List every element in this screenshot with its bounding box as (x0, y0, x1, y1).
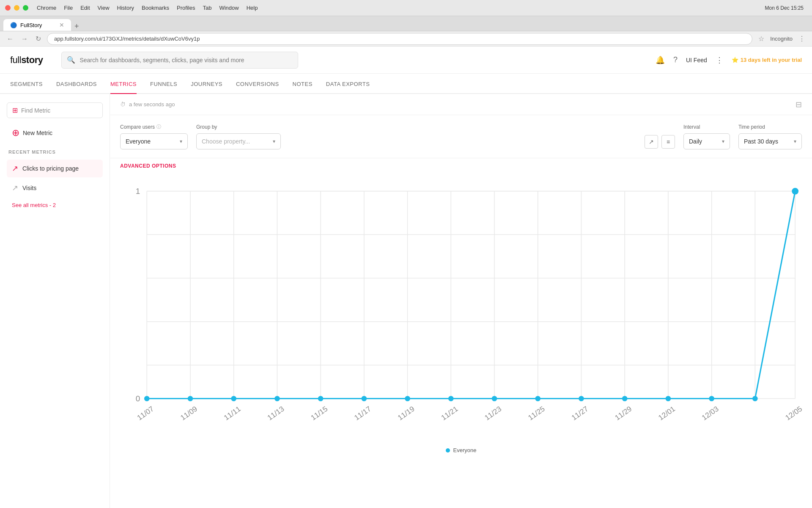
mac-window-controls[interactable] (5, 5, 28, 11)
svg-text:11/19: 11/19 (396, 404, 416, 422)
svg-point-25 (188, 396, 193, 401)
svg-text:11/15: 11/15 (309, 404, 329, 422)
svg-text:11/09: 11/09 (179, 404, 199, 422)
see-all-metrics-link[interactable]: See all metrics - 2 (7, 199, 103, 212)
menu-window[interactable]: Window (219, 5, 239, 11)
svg-text:1: 1 (136, 187, 140, 196)
nav-data-exports[interactable]: DATA EXPORTS (326, 81, 370, 94)
chart-legend: Everyone (120, 447, 802, 453)
main-content: ⊞ Find Metric ⊕ New Metric RECENT METRIC… (0, 94, 812, 508)
app-logo: fullstory (10, 55, 43, 66)
menu-file[interactable]: File (64, 5, 73, 11)
compare-users-value: Everyone (126, 138, 151, 145)
url-input[interactable]: app.fullstory.com/ui/173GXJ/metrics/deta… (47, 33, 752, 45)
clock-icon: ⏱ (120, 101, 126, 108)
interval-value: Daily (689, 138, 702, 145)
search-input[interactable] (80, 57, 293, 64)
star-icon: ⭐ (732, 57, 738, 63)
svg-point-36 (666, 396, 671, 401)
svg-point-28 (318, 396, 324, 401)
find-metric-icon: ⊞ (12, 106, 18, 114)
menu-view[interactable]: View (98, 5, 110, 11)
svg-point-31 (448, 396, 454, 401)
main-nav: SEGMENTS DASHBOARDS METRICS FUNNELS JOUR… (0, 74, 812, 94)
svg-point-30 (405, 396, 410, 401)
menu-help[interactable]: Help (247, 5, 258, 11)
forward-button[interactable]: → (19, 33, 30, 44)
chevron-down-icon-interval: ▾ (722, 138, 724, 144)
more-options-icon[interactable]: ⋮ (716, 55, 723, 65)
nav-segments[interactable]: SEGMENTS (10, 81, 43, 94)
metric-item-clicks[interactable]: ↗ Clicks to pricing page (7, 160, 103, 177)
tab-favicon: 🔵 (10, 22, 17, 28)
time-period-control-group: Time period Past 30 days ▾ (738, 124, 802, 149)
nav-metrics[interactable]: METRICS (110, 81, 137, 94)
find-metric-field[interactable]: ⊞ Find Metric (7, 102, 103, 118)
browser-tab-bar: 🔵 FullStory ✕ + (0, 16, 812, 31)
group-by-dropdown[interactable]: Choose property... ▾ (196, 133, 281, 149)
svg-text:11/13: 11/13 (266, 404, 285, 422)
nav-journeys[interactable]: JOURNEYS (191, 81, 222, 94)
browser-tab-fullstory[interactable]: 🔵 FullStory ✕ (3, 19, 71, 31)
notification-icon[interactable]: 🔔 (656, 55, 665, 65)
time-period-dropdown[interactable]: Past 30 days ▾ (738, 133, 802, 149)
menu-chrome[interactable]: Chrome (37, 5, 56, 11)
svg-point-32 (492, 396, 497, 401)
menu-tab[interactable]: Tab (203, 5, 211, 11)
ui-feed-label[interactable]: UI Feed (686, 57, 707, 64)
trial-badge: ⭐ 13 days left in your trial (732, 57, 802, 63)
tab-close-button[interactable]: ✕ (59, 22, 64, 28)
interval-dropdown[interactable]: Daily ▾ (683, 133, 730, 149)
svg-text:12/05: 12/05 (784, 404, 802, 422)
mac-clock: Mon 6 Dec 15:25 (765, 5, 804, 11)
close-window-button[interactable] (5, 5, 11, 11)
metric-clicks-label: Clicks to pricing page (22, 165, 79, 172)
advanced-options-link[interactable]: ADVANCED OPTIONS (120, 163, 176, 169)
new-tab-button[interactable]: + (74, 22, 79, 31)
reload-button[interactable]: ↻ (34, 33, 43, 44)
svg-point-39 (792, 188, 798, 195)
minimize-window-button[interactable] (14, 5, 19, 11)
back-button[interactable]: ← (5, 33, 15, 44)
legend-label-everyone: Everyone (453, 447, 477, 453)
menu-profiles[interactable]: Profiles (177, 5, 195, 11)
mac-titlebar: Chrome File Edit View History Bookmarks … (0, 0, 812, 16)
menu-bookmarks[interactable]: Bookmarks (142, 5, 169, 11)
menu-history[interactable]: History (117, 5, 134, 11)
compare-users-group: Compare users ⓘ Everyone ▾ (120, 124, 188, 149)
nav-dashboards[interactable]: DASHBOARDS (56, 81, 97, 94)
chart-view-controls: ↗ ≡ (645, 135, 675, 149)
interval-control-group: Interval Daily ▾ (683, 124, 730, 149)
incognito-label: Incognito (770, 36, 793, 42)
svg-text:11/25: 11/25 (527, 404, 546, 422)
nav-notes[interactable]: NOTES (293, 81, 313, 94)
metric-item-visits[interactable]: ↗ Visits (7, 179, 103, 197)
svg-point-33 (535, 396, 540, 401)
line-chart-button[interactable]: ↗ (645, 135, 658, 149)
time-period-value: Past 30 days (744, 138, 778, 145)
tab-title: FullStory (20, 22, 42, 28)
controls-bar: Compare users ⓘ Everyone ▾ Group by Choo… (110, 115, 812, 158)
time-period-label: Time period (738, 124, 802, 130)
svg-text:11/29: 11/29 (613, 404, 633, 422)
bookmark-button[interactable]: ☆ (757, 33, 766, 44)
menu-edit[interactable]: Edit (80, 5, 90, 11)
new-metric-button[interactable]: ⊕ New Metric (7, 125, 103, 141)
collapse-button[interactable]: ⊟ (796, 100, 802, 109)
interval-label: Interval (683, 124, 730, 130)
svg-text:11/21: 11/21 (439, 404, 459, 422)
svg-text:11/27: 11/27 (570, 404, 590, 422)
compare-users-label: Compare users ⓘ (120, 124, 188, 130)
line-chart-svg: 1 0 (120, 178, 802, 439)
nav-conversions[interactable]: CONVERSIONS (236, 81, 279, 94)
trial-text: 13 days left in your trial (741, 57, 802, 63)
nav-funnels[interactable]: FUNNELS (150, 81, 177, 94)
global-search[interactable]: 🔍 (61, 52, 298, 69)
more-button[interactable]: ⋮ (797, 33, 807, 44)
compare-users-dropdown[interactable]: Everyone ▾ (120, 133, 188, 149)
sidebar: ⊞ Find Metric ⊕ New Metric RECENT METRIC… (0, 94, 110, 508)
maximize-window-button[interactable] (23, 5, 28, 11)
interval-group: ↗ ≡ Interval Daily ▾ Time period Past 3 (645, 124, 802, 149)
bar-chart-button[interactable]: ≡ (661, 135, 675, 149)
help-icon[interactable]: ? (673, 55, 678, 64)
